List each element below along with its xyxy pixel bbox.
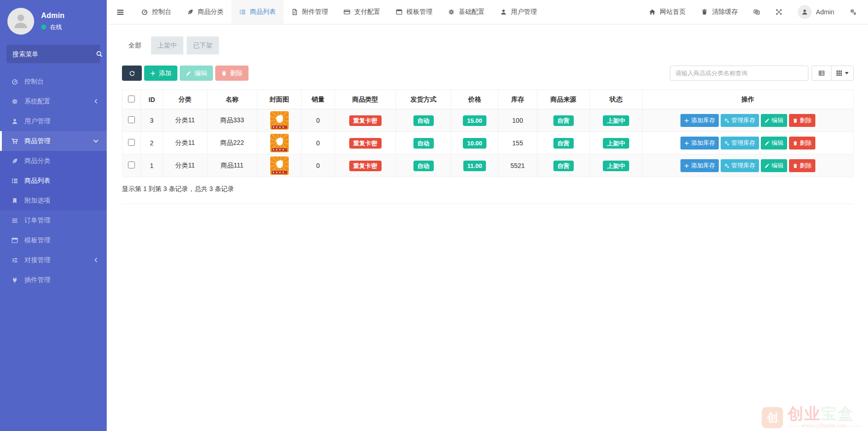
manage-stock-button[interactable]: 管理库存 xyxy=(721,159,759,172)
profile-menu[interactable]: Admin xyxy=(790,0,842,24)
delete-row-button[interactable]: 删除 xyxy=(789,159,815,172)
edit-row-button[interactable]: 编辑 xyxy=(761,159,787,172)
add-stock-button[interactable]: 添加库存 xyxy=(680,137,719,150)
manage-stock-button[interactable]: 管理库存 xyxy=(721,137,759,150)
row-checkbox[interactable] xyxy=(128,139,135,146)
window-icon xyxy=(10,237,19,244)
settings-menu-button[interactable] xyxy=(842,0,864,24)
cogs-icon xyxy=(850,9,856,15)
content-panel: 全部上架中已下架 添加 编辑 删除 ID分类名称封面图销量商品类型发货方式价格库… xyxy=(107,24,868,204)
sidebar-item[interactable]: 附加选项 xyxy=(0,191,107,210)
type-badge: 重复卡密 xyxy=(349,138,382,149)
cell-id: 3 xyxy=(141,109,163,132)
table-search-input[interactable] xyxy=(670,66,808,81)
sidebar-item-label: 插件管理 xyxy=(24,276,50,284)
online-status-dot xyxy=(41,24,46,30)
table-body: 3分类11商品3330重复卡密自动15.00100自营上架中添加库存管理库存编辑… xyxy=(122,109,854,177)
delete-row-button[interactable]: 删除 xyxy=(789,114,815,127)
leaf-icon xyxy=(10,158,19,164)
topnav-item-label: 控制台 xyxy=(152,8,171,16)
menu-search-input[interactable] xyxy=(12,50,96,58)
table-header-row: ID分类名称封面图销量商品类型发货方式价格库存商品来源状态操作 xyxy=(122,90,854,109)
sidebar-item[interactable]: 插件管理 xyxy=(0,270,107,290)
topnav-item-label: 商品分类 xyxy=(198,8,224,16)
topnav-item[interactable]: 用户管理 xyxy=(492,0,545,24)
topnav-item[interactable]: 控制台 xyxy=(134,0,179,24)
file-icon xyxy=(291,9,298,15)
navbar-avatar xyxy=(798,5,812,19)
row-checkbox[interactable] xyxy=(128,116,135,123)
table-toolbar: 添加 编辑 删除 xyxy=(122,66,854,81)
refresh-icon xyxy=(129,71,135,76)
topnav-item-label: 附件管理 xyxy=(302,8,328,16)
sidebar-item[interactable]: 控制台 xyxy=(0,72,107,91)
source-badge: 自营 xyxy=(553,161,574,171)
select-all-checkbox[interactable] xyxy=(128,96,135,102)
product-cover-image[interactable] xyxy=(270,134,289,152)
filter-tab[interactable]: 全部 xyxy=(122,36,148,54)
plus-icon xyxy=(150,71,156,76)
topnav-item[interactable]: 附件管理 xyxy=(284,0,336,24)
edit-button[interactable]: 编辑 xyxy=(180,66,213,81)
language-switch-button[interactable] xyxy=(746,0,768,24)
products-table: ID分类名称封面图销量商品类型发货方式价格库存商品来源状态操作 3分类11商品3… xyxy=(122,90,854,177)
bars-icon xyxy=(10,217,19,224)
fist-icon xyxy=(270,112,289,126)
add-button[interactable]: 添加 xyxy=(144,66,177,81)
cell-actions: 添加库存管理库存编辑删除 xyxy=(643,155,854,177)
edit-row-button[interactable]: 编辑 xyxy=(761,114,787,127)
sidebar-item[interactable]: 商品列表 xyxy=(0,171,107,191)
status-badge: 上架中 xyxy=(603,161,629,171)
sidebar-item[interactable]: 用户管理 xyxy=(0,111,107,131)
topnav-item-label: 用户管理 xyxy=(511,8,537,16)
product-cover-image[interactable] xyxy=(270,111,289,130)
plus-icon xyxy=(684,118,689,123)
fullscreen-button[interactable] xyxy=(768,0,790,24)
pencil-icon xyxy=(765,163,770,168)
edit-row-button[interactable]: 编辑 xyxy=(761,137,787,150)
sidebar-item[interactable]: 商品分类 xyxy=(0,151,107,171)
user-panel: Admin 在线 xyxy=(0,0,107,41)
panel-divider xyxy=(122,204,854,204)
filter-tab[interactable]: 上架中 xyxy=(151,36,183,54)
manage-stock-button[interactable]: 管理库存 xyxy=(721,114,759,127)
cell-category: 分类11 xyxy=(163,132,207,155)
credit-card-icon xyxy=(344,9,350,15)
cell-category: 分类11 xyxy=(163,109,207,132)
sidebar-toggle-button[interactable] xyxy=(107,0,134,24)
sidebar-item[interactable]: 模板管理 xyxy=(0,230,107,250)
avatar xyxy=(7,8,34,35)
type-badge: 重复卡密 xyxy=(349,161,382,171)
filter-tab[interactable]: 已下架 xyxy=(187,36,219,54)
topnav-item[interactable]: 基础配置 xyxy=(440,0,492,24)
sidebar-item[interactable]: 系统配置 xyxy=(0,91,107,111)
cogs-icon xyxy=(724,141,729,146)
search-icon[interactable] xyxy=(96,51,103,57)
trash-icon xyxy=(793,163,798,168)
topnav-item-label: 商品列表 xyxy=(250,8,276,16)
toggle-view-button[interactable] xyxy=(812,66,832,81)
delete-button[interactable]: 删除 xyxy=(215,66,249,81)
app-root: Admin 在线 控制台系统配置用户管理商品管理商品分类商品列表附加选项订单管理… xyxy=(0,0,868,431)
sidebar-item[interactable]: 商品管理 xyxy=(0,131,107,151)
add-stock-button[interactable]: 添加库存 xyxy=(680,159,719,172)
status-badge: 上架中 xyxy=(603,115,629,126)
sidebar-item[interactable]: 对接管理 xyxy=(0,250,107,270)
sidebar-item[interactable]: 订单管理 xyxy=(0,210,107,230)
site-home-link[interactable]: 网站首页 xyxy=(641,0,693,24)
columns-dropdown-button[interactable] xyxy=(831,66,854,81)
clear-cache-button[interactable]: 清除缓存 xyxy=(693,0,746,24)
row-checkbox[interactable] xyxy=(128,162,135,168)
user-icon xyxy=(12,12,30,30)
topnav-item[interactable]: 商品分类 xyxy=(179,0,231,24)
product-cover-image[interactable] xyxy=(270,156,289,175)
topnav-item-label: 基础配置 xyxy=(459,8,485,16)
topnav-item[interactable]: 模板管理 xyxy=(388,0,440,24)
type-badge: 重复卡密 xyxy=(349,115,382,126)
delete-row-button[interactable]: 删除 xyxy=(789,137,815,150)
topnav-item[interactable]: 商品列表 xyxy=(231,0,284,24)
sliders-icon xyxy=(10,257,19,263)
refresh-button[interactable] xyxy=(122,66,142,81)
topnav-item[interactable]: 支付配置 xyxy=(336,0,388,24)
add-stock-button[interactable]: 添加库存 xyxy=(680,114,719,127)
